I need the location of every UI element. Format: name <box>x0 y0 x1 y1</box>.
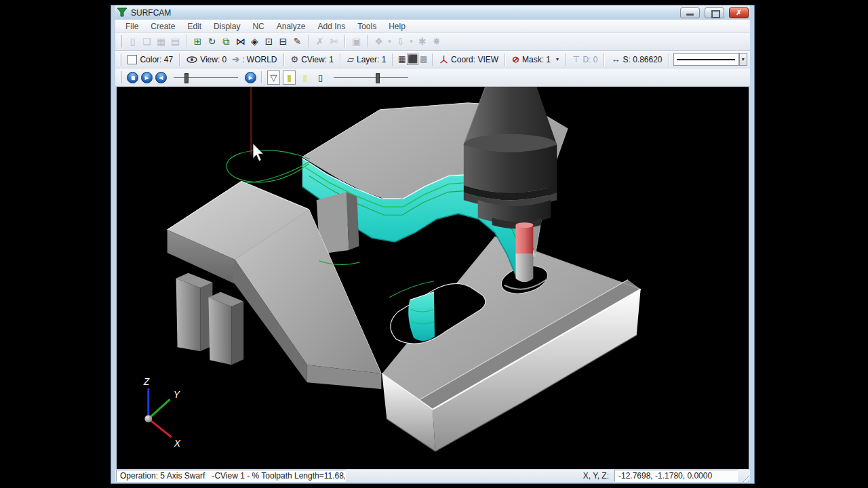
play-icon: ▶ <box>145 75 149 80</box>
maximize-button[interactable] <box>705 7 724 18</box>
undelete-icon: ✄ <box>327 35 341 48</box>
progress-slider[interactable] <box>334 72 408 83</box>
speed-slider-handle[interactable] <box>184 73 189 83</box>
play-button[interactable]: ▶ <box>141 72 153 83</box>
forward-icon: ▶ <box>249 75 252 80</box>
view-label: View: 0 <box>200 55 226 64</box>
print-icon: ▤ <box>168 35 182 48</box>
paint-icon[interactable]: ✎ <box>290 35 304 48</box>
chevron-down-icon: ▾ <box>556 56 559 62</box>
rewind-icon: ◀ <box>159 75 163 80</box>
redraw-icon[interactable]: ↻ <box>205 35 219 48</box>
zoom-extents-icon[interactable]: ⊞ <box>191 35 205 48</box>
wireframe-mode-button[interactable]: ▦ <box>397 54 407 65</box>
open-icon: ❏ <box>140 35 154 48</box>
toolbar-grip[interactable] <box>119 71 122 83</box>
menu-item-display[interactable]: Display <box>208 22 246 31</box>
menu-item-file[interactable]: File <box>119 22 144 31</box>
mask-dropdown-button[interactable]: ▾ <box>553 53 561 66</box>
eye-icon <box>186 56 197 63</box>
shaded-mode-button[interactable]: ▩ <box>418 54 429 65</box>
close-icon: ✗ <box>736 9 741 16</box>
show-holder-toggle[interactable]: ▯ <box>314 70 327 85</box>
window-title: SURFCAM <box>131 8 171 18</box>
layer-selector[interactable]: ▱ Layer: 1 <box>344 54 389 65</box>
depth-indicator: ⊤ D: 0 <box>570 54 600 65</box>
operation-status: Operation: 5 Axis Swarf -CView 1 - % Too… <box>116 470 346 482</box>
menu-item-tools[interactable]: Tools <box>351 22 382 31</box>
line-style-dropdown-button[interactable]: ▾ <box>739 53 747 66</box>
line-style-selector[interactable] <box>673 53 739 66</box>
mask-selector[interactable]: ⊘ Mask: 1 <box>509 54 553 65</box>
show-toolpath-toggle[interactable]: ▽ <box>267 70 280 85</box>
menu-item-help[interactable]: Help <box>382 22 412 31</box>
maximize-icon <box>711 10 720 18</box>
new-file-icon: ▯ <box>125 35 140 48</box>
cview-label: CView: 1 <box>301 55 334 64</box>
statusbar: Operation: 5 Axis Swarf -CView 1 - % Too… <box>115 470 750 483</box>
menu-item-analyze[interactable]: Analyze <box>271 22 312 31</box>
viewport-icon[interactable]: ⧉ <box>219 35 233 48</box>
tool-tip <box>515 253 533 282</box>
show-tool-ghost-toggle[interactable]: ▮ <box>298 70 311 85</box>
toolbar-separator <box>186 35 187 47</box>
world-selector[interactable]: ➔ : WORLD <box>229 54 279 65</box>
letterbox: { "window": { "title": "SURFCAM" }, "tit… <box>0 0 868 488</box>
color-label: Color: 47 <box>140 55 173 64</box>
surfcam-logo-icon <box>117 7 127 18</box>
toolbar-separator <box>308 35 309 47</box>
rewind-button[interactable]: ◀ <box>155 72 167 83</box>
plunge-caret-icon: ▾ <box>408 35 415 48</box>
axis-x-label: X <box>174 438 181 449</box>
shaded-cube-icon: ▩ <box>420 54 427 64</box>
show-tool-toggle[interactable]: ▮ <box>283 70 296 85</box>
color-swatch-icon <box>127 55 137 64</box>
mask-label: Mask: 1 <box>522 55 551 64</box>
coord-selector[interactable]: Coord: VIEW <box>437 55 501 64</box>
xyz-label: X, Y, Z: <box>572 470 612 481</box>
verify-caret-icon: ▾ <box>386 35 393 48</box>
cview-selector[interactable]: ⚙ CView: 1 <box>288 54 336 65</box>
viewport[interactable]: Z Y X <box>117 87 749 469</box>
toolbar-grip[interactable] <box>119 54 121 66</box>
depth-label: D: 0 <box>583 55 597 64</box>
zoom-previous-icon[interactable]: ⋈ <box>233 35 248 48</box>
cview-tool-icon: ⚙ <box>291 54 299 65</box>
main-toolbar: ▯❏▦▤⊞↻⧉⋈◈⊡⊟✎✗✄▣❖▾⇩▾✱✸ <box>115 33 750 51</box>
menu-item-create[interactable]: Create <box>144 22 181 31</box>
app-window: SURFCAM ✗ FileCreateEditDisplayNCAnalyze… <box>111 5 755 484</box>
arrow-right-icon: ➔ <box>232 54 239 65</box>
world-label: : WORLD <box>242 55 277 64</box>
layer-label: Layer: 1 <box>357 55 386 64</box>
menu-item-nc[interactable]: NC <box>246 22 270 31</box>
mask-icon: ⊘ <box>512 54 519 65</box>
coord-axes-icon <box>439 55 448 64</box>
progress-slider-handle[interactable] <box>376 73 380 83</box>
axis-z-label: Z <box>143 376 150 387</box>
view-selector[interactable]: View: 0 <box>184 55 229 64</box>
save-icon: ▦ <box>154 35 168 48</box>
menu-item-add-ins[interactable]: Add Ins <box>311 22 351 31</box>
color-selector[interactable]: Color: 47 <box>125 55 176 64</box>
minimize-icon <box>686 14 694 16</box>
solid-mode-button[interactable]: ⬛ <box>407 54 418 65</box>
speed-slider[interactable] <box>174 72 238 83</box>
viewport-canvas[interactable]: Z Y X <box>117 87 749 469</box>
minimize-button[interactable] <box>680 7 700 18</box>
zoom-center-icon[interactable]: ◈ <box>248 35 262 48</box>
xyz-readout: -12.7698, -1.1780, 0.0000 <box>614 470 738 482</box>
menu-item-edit[interactable]: Edit <box>181 22 208 31</box>
solid-cube-icon: ⬛ <box>408 54 418 64</box>
scale-indicator[interactable]: ↔ S: 0.86620 <box>608 54 665 65</box>
ruler-icon: ↔ <box>611 54 620 65</box>
titlebar[interactable]: SURFCAM ✗ <box>115 5 750 20</box>
close-button[interactable]: ✗ <box>729 7 749 18</box>
depth-icon: ⊤ <box>572 54 580 65</box>
forward-button[interactable]: ▶ <box>245 72 256 83</box>
scale-label: S: 0.86620 <box>623 55 662 64</box>
pause-button[interactable]: ▮▮ <box>127 72 138 83</box>
toolbar-grip[interactable] <box>119 35 122 47</box>
zoom-back-icon[interactable]: ⊟ <box>276 35 290 48</box>
zoom-window-icon[interactable]: ⊡ <box>262 35 276 48</box>
resize-grip[interactable] <box>740 472 749 482</box>
